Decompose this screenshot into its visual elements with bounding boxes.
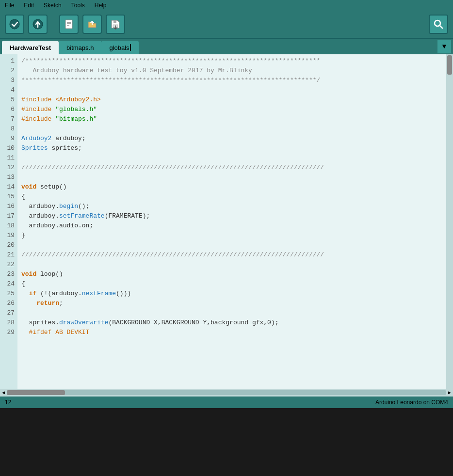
tab-globals-label: globals xyxy=(109,44,129,51)
tab-dropdown-button[interactable]: ▼ xyxy=(437,40,451,53)
line-num-12: 12 xyxy=(0,163,17,173)
code-line-29: #ifdef AB DEVKIT xyxy=(21,328,442,337)
line-num-22: 22 xyxy=(0,260,17,270)
cursor-in-tab xyxy=(130,44,131,51)
line-num-16: 16 xyxy=(0,202,17,211)
vertical-scrollbar[interactable] xyxy=(446,54,453,389)
hscrollbar-thumb[interactable] xyxy=(7,390,65,395)
new-button[interactable] xyxy=(59,15,79,34)
menu-edit[interactable]: Edit xyxy=(22,1,36,10)
line-num-14: 14 xyxy=(0,182,17,192)
menubar: File Edit Sketch Tools Help xyxy=(0,0,453,11)
line-num-19: 19 xyxy=(0,231,17,240)
code-line-8 xyxy=(21,124,442,134)
hscrollbar-left-button[interactable]: ◀ xyxy=(0,389,7,397)
code-line-1: /***************************************… xyxy=(21,56,442,66)
line-num-7: 7 xyxy=(0,114,17,124)
line-num-13: 13 xyxy=(0,173,17,182)
line-num-24: 24 xyxy=(0,279,17,289)
line-num-23: 23 xyxy=(0,270,17,279)
line-num-29: 29 xyxy=(0,328,17,337)
line-num-25: 25 xyxy=(0,289,17,299)
code-line-24: { xyxy=(21,279,442,289)
vscrollbar-thumb[interactable] xyxy=(447,55,452,75)
verify-button[interactable] xyxy=(5,15,24,34)
code-line-20 xyxy=(21,240,442,250)
svg-line-10 xyxy=(440,26,443,29)
line-num-5: 5 xyxy=(0,95,17,105)
hscrollbar-right-button[interactable]: ▶ xyxy=(446,389,453,397)
search-button[interactable] xyxy=(429,15,448,34)
line-num-1: 1 xyxy=(0,56,17,66)
code-line-27 xyxy=(21,308,442,318)
upload-button[interactable] xyxy=(28,15,48,34)
line-num-10: 10 xyxy=(0,143,17,153)
code-line-25: if (!(arduboy.nextFrame())) xyxy=(21,289,442,299)
horizontal-scrollbar[interactable]: ◀ ▶ xyxy=(0,389,453,397)
line-num-18: 18 xyxy=(0,221,17,231)
line-num-9: 9 xyxy=(0,134,17,143)
tab-hardwaretest[interactable]: HardwareTest xyxy=(2,41,59,54)
code-line-26: return; xyxy=(21,299,442,308)
line-num-27: 27 xyxy=(0,308,17,318)
tabs-bar: HardwareTest bitmaps.h globals ▼ xyxy=(0,39,453,54)
code-line-7: #include "bitmaps.h" xyxy=(21,114,442,124)
code-editor[interactable]: /***************************************… xyxy=(17,54,446,389)
svg-rect-7 xyxy=(113,20,116,23)
svg-point-0 xyxy=(10,19,19,29)
line-numbers: 1 2 3 4 5 6 7 8 9 10 11 12 13 14 15 16 1… xyxy=(0,54,17,389)
code-line-4 xyxy=(21,85,442,95)
line-num-11: 11 xyxy=(0,153,17,163)
line-num-28: 28 xyxy=(0,318,17,328)
line-num-2: 2 xyxy=(0,66,17,76)
line-num-6: 6 xyxy=(0,105,17,114)
code-line-17: arduboy.setFrameRate(FRAMERATE); xyxy=(21,211,442,221)
line-num-3: 3 xyxy=(0,76,17,85)
code-line-16: arduboy.begin(); xyxy=(21,202,442,211)
code-line-6: #include "globals.h" xyxy=(21,105,442,114)
code-line-21: ////////////////////////////////////////… xyxy=(21,250,442,260)
editor: 1 2 3 4 5 6 7 8 9 10 11 12 13 14 15 16 1… xyxy=(0,54,453,389)
line-num-26: 26 xyxy=(0,299,17,308)
code-line-10: Sprites sprites; xyxy=(21,143,442,153)
code-line-19: } xyxy=(21,231,442,240)
menu-file[interactable]: File xyxy=(3,1,16,10)
hscrollbar-track[interactable] xyxy=(7,390,446,395)
svg-rect-3 xyxy=(65,20,72,29)
statusbar: 12 Arduino Leonardo on COM4 xyxy=(0,397,453,408)
status-line-number: 12 xyxy=(5,399,11,406)
code-line-12: ////////////////////////////////////////… xyxy=(21,163,442,173)
line-num-15: 15 xyxy=(0,192,17,202)
line-num-21: 21 xyxy=(0,250,17,260)
status-board-info: Arduino Leonardo on COM4 xyxy=(375,399,448,406)
code-line-13 xyxy=(21,173,442,182)
code-line-3: ****************************************… xyxy=(21,76,442,85)
code-line-22 xyxy=(21,260,442,270)
line-num-8: 8 xyxy=(0,124,17,134)
code-line-2: Arduboy hardware test toy v1.0 September… xyxy=(21,66,442,76)
tab-globals[interactable]: globals xyxy=(101,41,138,54)
menu-sketch[interactable]: Sketch xyxy=(42,1,64,10)
menu-tools[interactable]: Tools xyxy=(69,1,87,10)
code-line-5: #include <Arduboy2.h> xyxy=(21,95,442,105)
code-line-18: arduboy.audio.on; xyxy=(21,221,442,231)
code-line-11 xyxy=(21,153,442,163)
code-line-14: void setup() xyxy=(21,182,442,192)
save-button[interactable] xyxy=(106,15,125,34)
console-area xyxy=(0,408,453,437)
code-line-28: sprites.drawOverwrite(BACKGROUND_X,BACKG… xyxy=(21,318,442,328)
menu-help[interactable]: Help xyxy=(93,1,109,10)
open-button[interactable] xyxy=(82,15,102,34)
line-num-4: 4 xyxy=(0,85,17,95)
code-line-23: void loop() xyxy=(21,270,442,279)
line-num-17: 17 xyxy=(0,211,17,221)
toolbar xyxy=(0,11,453,39)
tab-bitmaps[interactable]: bitmaps.h xyxy=(59,41,101,54)
line-num-20: 20 xyxy=(0,240,17,250)
code-line-15: { xyxy=(21,192,442,202)
code-line-9: Arduboy2 arduboy; xyxy=(21,134,442,143)
